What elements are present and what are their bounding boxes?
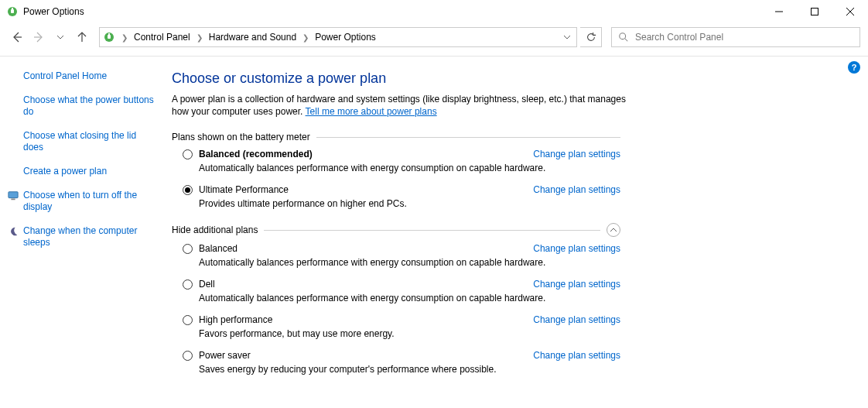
power-plan-item: Balanced (recommended)Change plan settin… (183, 149, 620, 173)
titlebar: Power Options (0, 0, 868, 23)
collapse-button[interactable] (607, 223, 620, 237)
plan-header: High performanceChange plan settings (183, 314, 620, 325)
sidebar-item-turn-off-display[interactable]: Choose when to turn off the display (23, 190, 155, 213)
help-icon[interactable]: ? (848, 61, 860, 74)
display-icon (8, 190, 19, 201)
learn-more-link[interactable]: Tell me more about power plans (306, 106, 437, 117)
plan-radio[interactable] (183, 244, 193, 254)
change-plan-settings-link[interactable]: Change plan settings (533, 243, 620, 254)
power-plan-item: High performanceChange plan settingsFavo… (183, 314, 620, 339)
sidebar-item-label: Change when the computer sleeps (23, 225, 137, 248)
change-plan-settings-link[interactable]: Change plan settings (533, 350, 620, 361)
power-plan-item: Power saverChange plan settingsSaves ene… (183, 350, 620, 375)
maximize-button[interactable] (797, 0, 832, 23)
plan-radio[interactable] (183, 185, 193, 195)
nav-recent-dropdown[interactable] (51, 28, 70, 46)
plan-name[interactable]: Balanced (199, 243, 238, 254)
breadcrumb-power-options[interactable]: Power Options (312, 28, 379, 46)
plan-description: Favors performance, but may use more ene… (199, 328, 620, 339)
power-plan-item: Ultimate PerformanceChange plan settings… (183, 184, 620, 209)
breadcrumb: Control Panel ❯ Hardware and Sound ❯ Pow… (131, 28, 558, 46)
main-content: Choose or customize a power plan A power… (162, 57, 868, 393)
chevron-right-icon[interactable]: ❯ (299, 33, 312, 42)
moon-icon (8, 226, 19, 237)
nav-forward-button[interactable] (29, 28, 48, 46)
sidebar-item-closing-lid[interactable]: Choose what closing the lid does (23, 130, 155, 153)
plan-name[interactable]: Balanced (recommended) (199, 149, 313, 159)
svg-rect-2 (12, 8, 13, 9)
nav-back-button[interactable] (8, 28, 26, 46)
svg-rect-1 (11, 9, 14, 13)
plan-header: Balanced (recommended)Change plan settin… (183, 149, 620, 159)
plan-name[interactable]: High performance (199, 314, 272, 325)
close-button[interactable] (832, 0, 868, 23)
address-bar[interactable]: ❯ Control Panel ❯ Hardware and Sound ❯ P… (99, 27, 577, 47)
refresh-button[interactable] (580, 27, 602, 47)
plan-description: Automatically balances performance with … (199, 163, 620, 173)
plan-name[interactable]: Dell (199, 279, 215, 290)
section-plans-battery-meter: Plans shown on the battery meter (172, 132, 620, 142)
power-plan-item: DellChange plan settingsAutomatically ba… (183, 279, 620, 303)
plan-radio[interactable] (183, 351, 193, 361)
svg-line-14 (625, 39, 628, 42)
minimize-button[interactable] (761, 0, 797, 23)
svg-rect-4 (812, 9, 818, 15)
sidebar-home[interactable]: Control Panel Home (23, 70, 155, 82)
search-box[interactable] (611, 27, 860, 47)
breadcrumb-hardware-sound[interactable]: Hardware and Sound (206, 28, 299, 46)
change-plan-settings-link[interactable]: Change plan settings (533, 149, 620, 159)
breadcrumb-control-panel[interactable]: Control Panel (131, 28, 193, 46)
divider (264, 230, 600, 231)
window-title: Power Options (23, 6, 84, 17)
chevron-right-icon[interactable]: ❯ (193, 33, 206, 42)
sidebar-item-label: Choose when to turn off the display (23, 190, 137, 212)
plan-header: Ultimate PerformanceChange plan settings (183, 184, 620, 195)
nav-up-button[interactable] (73, 28, 91, 46)
change-plan-settings-link[interactable]: Change plan settings (533, 184, 620, 195)
plan-header: DellChange plan settings (183, 279, 620, 290)
sidebar-item-computer-sleeps[interactable]: Change when the computer sleeps (23, 225, 155, 249)
svg-rect-11 (108, 35, 111, 39)
search-input[interactable] (634, 31, 853, 43)
sidebar-item-create-plan[interactable]: Create a power plan (23, 166, 155, 177)
svg-rect-12 (108, 33, 110, 35)
section-additional-plans[interactable]: Hide additional plans (172, 223, 620, 237)
plan-name[interactable]: Power saver (199, 350, 251, 361)
plan-radio[interactable] (183, 315, 193, 325)
sidebar: Control Panel Home Choose what the power… (0, 57, 162, 393)
page-description: A power plan is a collection of hardware… (172, 93, 628, 118)
search-icon (618, 32, 629, 43)
divider (316, 137, 620, 138)
plan-radio[interactable] (183, 149, 193, 159)
plan-header: Power saverChange plan settings (183, 350, 620, 361)
navbar: ❯ Control Panel ❯ Hardware and Sound ❯ P… (0, 23, 868, 51)
plan-description: Saves energy by reducing your computer's… (199, 364, 620, 375)
svg-point-13 (620, 33, 626, 39)
plan-header: BalancedChange plan settings (183, 243, 620, 254)
power-plan-item: BalancedChange plan settingsAutomaticall… (183, 243, 620, 268)
change-plan-settings-link[interactable]: Change plan settings (533, 314, 620, 325)
plan-description: Automatically balances performance with … (199, 293, 620, 303)
plan-description: Automatically balances performance with … (199, 257, 620, 268)
address-dropdown[interactable] (558, 33, 576, 41)
change-plan-settings-link[interactable]: Change plan settings (533, 279, 620, 290)
power-options-icon (100, 31, 118, 43)
page-title: Choose or customize a power plan (172, 70, 853, 87)
section-label: Plans shown on the battery meter (172, 132, 310, 142)
power-options-icon (6, 5, 19, 18)
section-label: Hide additional plans (172, 225, 258, 235)
plan-radio[interactable] (183, 279, 193, 290)
sidebar-item-power-buttons[interactable]: Choose what the power buttons do (23, 94, 155, 118)
svg-rect-16 (11, 199, 15, 201)
chevron-right-icon[interactable]: ❯ (118, 33, 131, 42)
plan-description: Provides ultimate performance on higher … (199, 198, 620, 209)
svg-rect-15 (9, 192, 18, 198)
plan-name[interactable]: Ultimate Performance (199, 184, 289, 195)
